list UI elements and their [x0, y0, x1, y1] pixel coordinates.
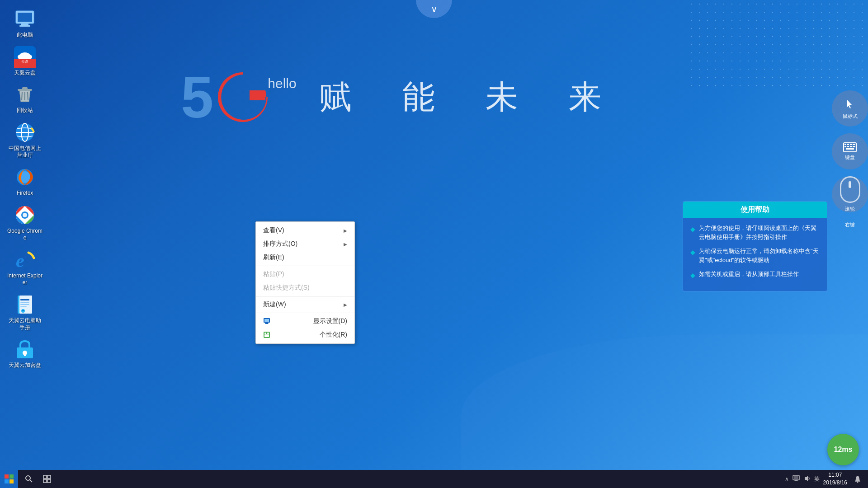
computer-icon — [14, 8, 36, 30]
svg-point-26 — [23, 213, 27, 217]
icon-encrypt[interactable]: 天翼云加密盘 — [5, 335, 45, 373]
task-view-button[interactable] — [38, 470, 56, 488]
svg-rect-43 — [264, 334, 269, 337]
svg-rect-52 — [847, 146, 849, 147]
chrome-icon — [14, 204, 36, 226]
tray-time-value: 11:07 — [828, 471, 842, 479]
desktop: ∨ 5 hello 赋 能 未 来 此电脑 — [0, 0, 868, 488]
menu-new[interactable]: 新建(W) ▶ — [256, 298, 354, 311]
tray-lang-label[interactable]: 英 — [814, 475, 820, 483]
manual-icon — [14, 294, 36, 315]
hero-tagline: 赋 能 未 来 — [319, 75, 610, 119]
help-text-2: 为确保云电脑运行正常，请勿卸载名称中含"天翼"或"ecloud"的软件或驱动 — [699, 247, 820, 264]
right-controls: 鼠标式 键盘 滚轮 右键 — [832, 90, 868, 228]
svg-text:云盘: 云盘 — [21, 60, 28, 64]
start-button[interactable] — [0, 470, 18, 488]
logo-5g: 5 hello — [181, 68, 297, 127]
icon-chrome-label: Google Chrome — [6, 228, 43, 242]
taskbar-tray: ∧ 英 11:07 2019/8/16 — [785, 470, 868, 488]
svg-rect-57 — [9, 474, 14, 479]
tray-date-value: 2019/8/16 — [823, 479, 847, 487]
right-click-label: 右键 — [845, 221, 855, 228]
tray-chevron[interactable]: ∧ — [785, 476, 789, 482]
cloud-disk-icon: 云盘 — [14, 46, 36, 68]
icon-telecom[interactable]: 中国电信网上营业厅 — [5, 118, 45, 163]
icon-computer-label: 此电脑 — [17, 32, 33, 39]
scroll-control-btn[interactable]: 滚轮 — [832, 176, 868, 212]
help-item-3: ◆ 如需关机或重启，请从顶部工具栏操作 — [690, 270, 820, 280]
svg-rect-47 — [844, 144, 846, 145]
svg-rect-63 — [47, 475, 51, 479]
icon-chrome[interactable]: Google Chrome — [5, 201, 45, 245]
svg-rect-32 — [20, 304, 29, 305]
logo-hello: hello — [268, 77, 296, 90]
tray-notify-button[interactable] — [851, 470, 864, 488]
icon-encrypt-label: 天翼云加密盘 — [9, 362, 41, 369]
mouse-control-btn[interactable]: 鼠标式 — [832, 90, 868, 127]
mouse-icon — [843, 98, 857, 111]
svg-rect-68 — [795, 480, 797, 481]
svg-rect-62 — [43, 475, 47, 479]
svg-rect-51 — [844, 146, 846, 147]
hero-section: 5 hello 赋 能 未 来 — [181, 68, 610, 127]
taskbar: ∧ 英 11:07 2019/8/16 — [0, 470, 868, 488]
svg-rect-53 — [850, 146, 852, 147]
windows-logo-icon — [4, 474, 14, 484]
svg-rect-56 — [5, 474, 9, 479]
toolbar-toggle[interactable]: ∨ — [416, 0, 452, 18]
svg-rect-40 — [265, 323, 268, 324]
menu-sort[interactable]: 排序方式(O) ▶ — [256, 237, 354, 251]
svg-rect-58 — [5, 479, 9, 483]
menu-personalize[interactable]: 个性化(R) — [256, 328, 354, 342]
svg-rect-54 — [853, 146, 855, 147]
svg-rect-33 — [20, 306, 27, 307]
icon-recycle[interactable]: 回收站 — [5, 80, 45, 118]
svg-rect-48 — [847, 144, 849, 145]
icon-computer[interactable]: 此电脑 — [5, 5, 45, 42]
menu-paste: 粘贴(P) — [256, 267, 354, 281]
help-diamond-2: ◆ — [690, 248, 695, 257]
icon-manual[interactable]: 天翼云电脑助手册 — [5, 290, 45, 335]
menu-refresh[interactable]: 刷新(E) — [256, 251, 354, 264]
help-diamond-1: ◆ — [690, 225, 695, 234]
icon-firefox[interactable]: Firefox — [5, 163, 45, 201]
svg-rect-37 — [24, 353, 26, 356]
svg-rect-59 — [9, 479, 14, 483]
desktop-icons: 此电脑 云盘 天翼云盘 — [5, 5, 45, 373]
notify-icon — [854, 475, 862, 483]
svg-rect-65 — [47, 479, 51, 483]
svg-line-17 — [28, 92, 28, 100]
tray-volume-icon[interactable] — [803, 475, 811, 483]
recycle-icon — [14, 84, 36, 105]
svg-point-60 — [26, 476, 30, 480]
ping-indicator: 12ms — [827, 434, 859, 465]
scroll-wheel — [849, 181, 851, 188]
svg-rect-49 — [850, 144, 852, 145]
context-menu: 查看(V) ▶ 排序方式(O) ▶ 刷新(E) 粘贴(P) 粘贴快捷方式(S) … — [255, 221, 355, 344]
menu-view[interactable]: 查看(V) ▶ — [256, 224, 354, 237]
svg-rect-41 — [265, 324, 269, 324]
scroll-icon — [840, 176, 860, 203]
svg-line-61 — [30, 480, 32, 482]
search-button[interactable] — [20, 470, 38, 488]
keyboard-control-label: 键盘 — [845, 154, 855, 161]
svg-rect-0 — [250, 95, 265, 100]
svg-line-15 — [22, 92, 22, 100]
help-panel: 使用帮助 ◆ 为方便您的使用，请仔细阅读桌面上的《天翼云电脑使用手册》并按照指引… — [683, 201, 827, 291]
menu-view-arrow: ▶ — [344, 228, 347, 233]
icon-ie[interactable]: e Internet Explorer — [5, 245, 45, 290]
ping-value: 12ms — [834, 446, 853, 454]
svg-point-70 — [857, 482, 859, 483]
tray-network-icon[interactable] — [793, 475, 800, 483]
menu-display[interactable]: 显示设置(D) — [256, 314, 354, 328]
dots-decoration — [687, 0, 868, 90]
keyboard-control-btn[interactable]: 键盘 — [832, 133, 868, 169]
svg-rect-55 — [846, 148, 854, 150]
tray-clock[interactable]: 11:07 2019/8/16 — [823, 471, 847, 487]
keyboard-icon — [843, 142, 857, 152]
menu-sep-1 — [256, 266, 354, 266]
svg-rect-30 — [20, 299, 29, 300]
logo-g — [213, 68, 272, 127]
icon-cloud-disk[interactable]: 云盘 天翼云盘 — [5, 42, 45, 80]
svg-rect-4 — [19, 25, 30, 27]
